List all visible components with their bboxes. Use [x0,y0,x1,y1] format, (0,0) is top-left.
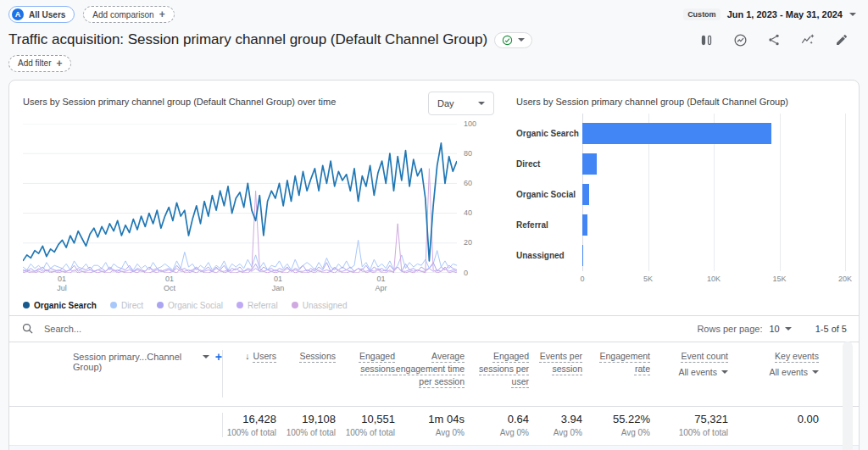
bar-category-label: Referral [516,210,582,241]
totals-value: 0.64 [465,413,529,425]
line-chart-title: Users by Session primary channel group (… [23,92,336,107]
compare-reports-icon[interactable] [698,32,714,47]
bar [582,245,583,266]
column-header-label[interactable]: Sessions [299,351,336,361]
granularity-select[interactable]: Day [428,92,494,115]
x-tick-label: 01Jan [272,275,285,294]
plus-icon: + [56,58,62,69]
all-users-label: All Users [29,10,65,19]
line-series-direct [23,240,457,269]
y-tick-label: 0 [464,269,468,277]
plus-icon: + [159,8,165,20]
totals-sublabel: 100% of total [223,428,276,437]
table-totals-row: 16,428100% of total19,108100% of total10… [9,407,859,445]
charts-section: Users by Session primary channel group (… [9,81,859,315]
chevron-down-icon [785,327,792,331]
totals-sublabel: Avg 0% [582,428,650,437]
search-input[interactable] [42,323,300,335]
bar-x-tick-label: 5K [643,275,653,283]
totals-value: 55.22% [582,413,650,425]
y-tick-label: 20 [464,238,472,247]
column-filter-select[interactable]: All events [728,366,819,379]
all-users-chip[interactable]: A All Users [8,6,75,23]
bar-x-tick-label: 10K [707,275,721,283]
column-header-engaged-sessions-per-user: Engaged sessions per user [465,350,529,397]
rows-per-page-select[interactable]: 10 [769,324,791,334]
legend-label: Unassigned [303,301,348,310]
table-scrollbar[interactable] [843,342,853,450]
edit-pencil-icon[interactable] [834,32,849,47]
bar [582,123,771,144]
totals-spacer [9,413,43,437]
totals-cell: 3.94Avg 0% [529,413,582,437]
legend-item-organic-search: Organic Search [23,301,97,310]
column-header-line: Sessions [276,350,336,363]
column-header-label[interactable]: Users [253,351,276,361]
add-comparison-label: Add comparison [92,10,153,19]
totals-value: 16,428 [223,413,276,425]
x-tick-day: 01 [57,275,67,284]
legend-label: Direct [121,301,143,310]
column-header-label[interactable]: Events per session [540,351,582,374]
add-dimension-icon[interactable]: + [215,352,222,362]
column-header-label[interactable]: Engaged sessions per user [479,351,529,386]
data-quality-badge[interactable] [494,32,532,48]
chevron-down-icon[interactable] [203,355,209,358]
bar-chart-panel: Users by Session primary channel group (… [494,92,845,310]
x-tick-label: 01Apr [375,275,387,294]
date-range-selector[interactable]: Jun 1, 2023 - May 31, 2024 [727,9,843,19]
legend-dot-icon [110,302,117,308]
data-table: Session primary...Channel Group)+↓UsersS… [9,342,859,450]
legend-item-direct: Direct [110,301,143,310]
sort-descending-icon[interactable]: ↓ [245,351,249,361]
totals-sublabel: Avg 0% [395,428,465,437]
bar-chart-category-labels: Organic SearchDirectOrganic SocialReferr… [516,119,582,271]
table-body: 1Organic Search14,36716,3359,4121m 10s0.… [9,445,859,450]
share-icon[interactable] [766,32,782,47]
bar-chart-plot [582,119,845,271]
add-comparison-button[interactable]: Add comparison + [83,6,174,23]
table-header-row: Session primary...Channel Group)+↓UsersS… [9,342,859,407]
header-spacer [9,350,43,397]
title-row: Traffic acquisition: Session primary cha… [0,25,868,48]
column-header-event-count: Event countAll events [650,350,728,397]
column-filter-value: All events [678,366,717,379]
column-header-label[interactable]: Engaged sessions [359,351,395,374]
chevron-down-icon[interactable] [849,13,856,16]
bar-row-unassigned [582,241,845,271]
column-header-label[interactable]: Average engagement time per session [396,351,465,386]
add-filter-button[interactable]: Add filter + [8,55,71,72]
line-chart [23,124,457,273]
topbar: A All Users Add comparison + Custom Jun … [0,0,868,25]
column-header-line: Events per session [529,350,582,375]
add-filter-label: Add filter [18,58,51,68]
x-tick-month: Jul [57,284,67,293]
search-icon [21,322,34,335]
dimension-header-label[interactable]: Session primary...Channel Group) [73,352,197,372]
column-header-label[interactable]: Key events [775,351,819,361]
segment-avatar: A [12,8,24,20]
column-header-line: Engaged sessions per user [465,350,529,388]
legend-label: Referral [248,301,278,310]
dimension-header: Session primary...Channel Group)+ [43,350,223,397]
column-filter-select[interactable]: All events [650,366,728,379]
column-header-label[interactable]: Event count [682,351,728,361]
totals-cell: 16,428100% of total [223,413,276,437]
totals-spacer [43,413,223,437]
bar [582,184,589,205]
bar-x-tick-label: 0 [580,275,584,283]
bar-gridline [845,114,846,271]
totals-cell: 0.64Avg 0% [465,413,529,437]
totals-value: 75,321 [650,413,728,425]
y-tick-label: 80 [464,149,472,158]
rows-per-page-label: Rows per page: [697,324,762,334]
totals-value: 10,551 [336,413,395,425]
totals-sublabel: 100% of total [650,428,728,437]
totals-sublabel: 100% of total [276,428,336,437]
report-insights-circle-icon[interactable] [732,32,748,47]
column-header-label[interactable]: Engagement rate [599,351,650,374]
legend-item-unassigned: Unassigned [292,301,348,310]
bar-chart-x-axis: 05K10K15K20K [582,275,845,288]
column-header-line: Engagement rate [582,350,650,375]
insights-sparkle-icon[interactable] [800,32,815,47]
